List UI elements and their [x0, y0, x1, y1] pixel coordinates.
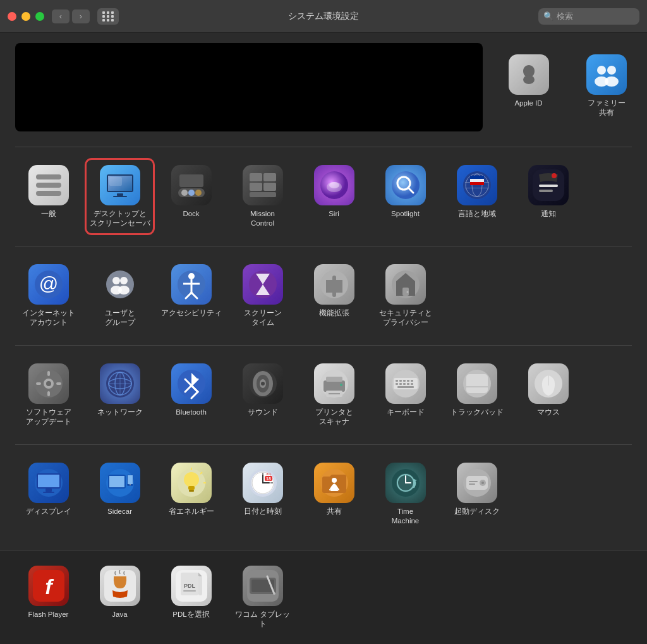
- svg-rect-11: [109, 177, 122, 186]
- internet-accounts-label: インターネットアカウント: [22, 308, 75, 327]
- mouse-icon: [528, 363, 569, 404]
- svg-rect-121: [189, 490, 194, 492]
- energy-saver-label: 省エネルギー: [169, 507, 214, 516]
- icon-security-privacy[interactable]: セキュリティとプライバシー: [372, 259, 438, 332]
- icon-software-update[interactable]: ソフトウェアアップデート: [15, 358, 82, 432]
- svg-rect-87: [329, 393, 340, 394]
- icon-users-groups[interactable]: ユーザとグループ: [87, 259, 153, 332]
- displays-label: ディスプレイ: [26, 507, 71, 516]
- svg-rect-99: [407, 383, 409, 385]
- svg-rect-20: [263, 173, 276, 181]
- displays-icon: [28, 463, 69, 503]
- icon-extensions[interactable]: 機能拡張: [301, 259, 367, 332]
- svg-point-61: [406, 291, 408, 293]
- svg-rect-21: [250, 183, 262, 191]
- svg-point-27: [392, 171, 420, 199]
- icon-notifications[interactable]: 通知: [515, 160, 581, 233]
- search-box[interactable]: 🔍 検索: [538, 8, 639, 25]
- divider-3: [15, 345, 632, 346]
- minimize-button[interactable]: [21, 12, 30, 21]
- java-label: Java: [112, 610, 127, 619]
- svg-rect-40: [539, 185, 558, 187]
- icon-spotlight[interactable]: Spotlight: [372, 160, 438, 233]
- icon-flash-player[interactable]: f Flash Player: [15, 561, 82, 634]
- icon-java[interactable]: Java: [87, 561, 153, 634]
- sharing-icon: [314, 463, 354, 503]
- svg-point-64: [46, 381, 51, 386]
- family-sharing-icon: [586, 54, 627, 95]
- icon-siri[interactable]: Siri: [301, 160, 367, 233]
- software-update-icon: [28, 363, 69, 404]
- icon-time-machine[interactable]: TimeMachine: [372, 458, 438, 531]
- grid-view-button[interactable]: [97, 8, 119, 25]
- mouse-label: マウス: [537, 408, 560, 417]
- divider-2: [15, 246, 632, 246]
- icon-sidecar[interactable]: Sidecar: [87, 458, 153, 531]
- icon-energy-saver[interactable]: 省エネルギー: [158, 458, 224, 531]
- icon-desktop-screensaver[interactable]: デスクトップとスクリーンセーバ: [87, 160, 153, 233]
- svg-rect-110: [45, 489, 52, 492]
- icon-bluetooth[interactable]: Bluetooth: [158, 358, 224, 432]
- dock-label: Dock: [183, 209, 199, 219]
- maximize-button[interactable]: [35, 12, 44, 21]
- startup-disk-icon: [457, 463, 497, 503]
- time-machine-icon: [385, 463, 426, 503]
- software-update-label: ソフトウェアアップデート: [26, 408, 71, 427]
- icon-sharing[interactable]: 共有: [301, 458, 367, 531]
- section-1: 一般 デスクト: [15, 160, 632, 233]
- icon-dock[interactable]: Dock: [158, 160, 224, 233]
- icon-keyboard[interactable]: キーボード: [372, 358, 438, 432]
- svg-point-148: [481, 482, 484, 484]
- icon-startup-disk[interactable]: 起動ディスク: [444, 458, 510, 531]
- accessibility-icon: [171, 264, 212, 305]
- svg-rect-85: [326, 377, 342, 382]
- security-privacy-label: セキュリティとプライバシー: [379, 308, 432, 327]
- icon-trackpad[interactable]: トラックパッド: [444, 358, 510, 432]
- language-icon: [457, 165, 497, 205]
- icon-accessibility[interactable]: アクセシビリティ: [158, 259, 224, 332]
- icon-pdl[interactable]: PDL PDLを選択: [158, 561, 224, 634]
- icon-apple-id[interactable]: Apple ID: [495, 49, 562, 123]
- icon-wacom-tablet[interactable]: ワコム タブレット: [229, 561, 296, 634]
- svg-rect-111: [43, 492, 54, 493]
- svg-point-2: [607, 66, 616, 75]
- apple-id-label: Apple ID: [514, 99, 542, 108]
- svg-rect-101: [397, 386, 414, 388]
- svg-rect-93: [403, 380, 406, 382]
- dock-icon: [171, 165, 212, 205]
- trackpad-icon: [457, 363, 497, 404]
- icon-printers-scanners[interactable]: プリンタとスキャナ: [301, 358, 367, 432]
- svg-rect-6: [36, 183, 61, 188]
- icon-general[interactable]: 一般: [15, 160, 82, 233]
- svg-rect-37: [470, 182, 484, 185]
- desktop-screensaver-icon: [100, 165, 140, 205]
- date-time-label: 日付と時刻: [244, 507, 282, 516]
- svg-text:18: 18: [266, 477, 271, 481]
- icon-sound[interactable]: サウンド: [229, 358, 296, 432]
- icon-network[interactable]: ネットワーク: [87, 358, 153, 432]
- svg-rect-13: [113, 196, 127, 197]
- svg-rect-103: [466, 374, 488, 393]
- svg-point-44: [106, 270, 134, 298]
- back-button[interactable]: ‹: [52, 9, 70, 23]
- icon-screen-time[interactable]: スクリーンタイム: [229, 259, 296, 332]
- notifications-label: 通知: [541, 209, 556, 219]
- icon-mouse[interactable]: マウス: [515, 358, 581, 432]
- sharing-label: 共有: [327, 507, 342, 516]
- trackpad-label: トラックパッド: [450, 408, 504, 417]
- icon-internet-accounts[interactable]: @ インターネットアカウント: [15, 259, 82, 332]
- icon-displays[interactable]: ディスプレイ: [15, 458, 82, 531]
- spotlight-icon: [385, 165, 426, 205]
- svg-rect-116: [128, 475, 133, 484]
- icon-language[interactable]: 言語と地域: [444, 160, 510, 233]
- extensions-label: 機能拡張: [319, 308, 349, 318]
- section-2: @ インターネットアカウント ユーザとグループ: [15, 259, 632, 332]
- forward-button[interactable]: ›: [72, 9, 90, 23]
- icon-date-time[interactable]: 18 JUL 日付と時刻: [229, 458, 296, 531]
- desktop-screensaver-label: デスクトップとスクリーンセーバ: [90, 209, 150, 228]
- sound-icon: [243, 363, 283, 404]
- icon-mission-control[interactable]: MissionControl: [229, 160, 296, 233]
- icon-family-sharing[interactable]: ファミリー共有: [573, 49, 639, 123]
- search-placeholder: 検索: [557, 11, 573, 22]
- close-button[interactable]: [8, 12, 16, 21]
